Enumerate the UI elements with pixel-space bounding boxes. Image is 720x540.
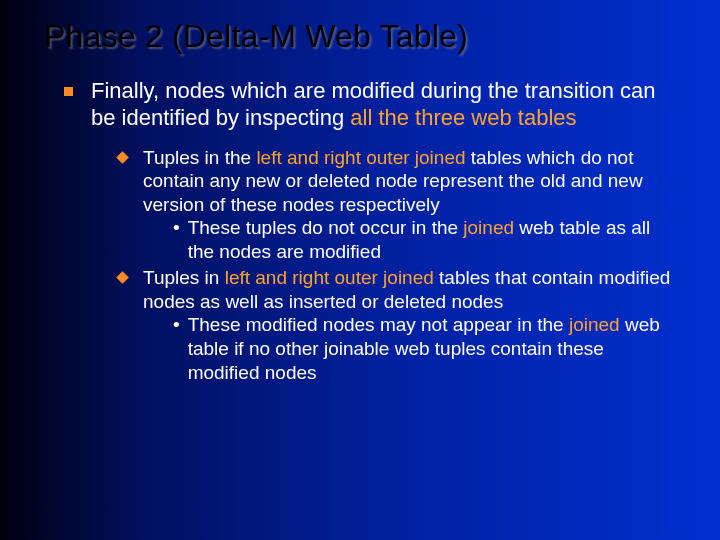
sublist: Tuples in the left and right outer joine… — [118, 146, 680, 385]
bullet-level2: Tuples in left and right outer joined ta… — [118, 266, 680, 385]
accent-text: joined — [569, 314, 620, 335]
bullet-level3-text: These tuples do not occur in the joined … — [188, 216, 680, 263]
accent-text: left and right outer joined — [256, 147, 465, 168]
bullet-level2: Tuples in the left and right outer joine… — [118, 146, 680, 265]
bullet-level3: • These tuples do not occur in the joine… — [173, 216, 680, 263]
text-segment: Tuples in — [143, 267, 225, 288]
bullet-level2-text: Tuples in left and right outer joined ta… — [143, 266, 680, 385]
text-segment: These tuples do not occur in the — [188, 217, 464, 238]
slide: Phase 2 (Delta-M Web Table) Finally, nod… — [0, 0, 720, 540]
diamond-bullet-icon — [116, 272, 129, 285]
bullet-level1-text: Finally, nodes which are modified during… — [91, 78, 680, 132]
accent-text: joined — [463, 217, 514, 238]
dot-bullet-icon: • — [173, 313, 180, 336]
square-bullet-icon — [64, 87, 73, 96]
dot-bullet-icon: • — [173, 216, 180, 239]
text-segment: Tuples in the — [143, 147, 256, 168]
slide-body: Finally, nodes which are modified during… — [64, 78, 680, 387]
accent-text: left and right outer joined — [225, 267, 434, 288]
bullet-level1: Finally, nodes which are modified during… — [64, 78, 680, 132]
bullet-level3-text: These modified nodes may not appear in t… — [188, 313, 680, 384]
text-segment: These modified nodes may not appear in t… — [188, 314, 569, 335]
bullet-level3: • These modified nodes may not appear in… — [173, 313, 680, 384]
slide-title: Phase 2 (Delta-M Web Table) — [44, 18, 468, 55]
diamond-bullet-icon — [116, 151, 129, 164]
accent-text: all the three web tables — [350, 105, 576, 130]
bullet-level2-text: Tuples in the left and right outer joine… — [143, 146, 680, 265]
